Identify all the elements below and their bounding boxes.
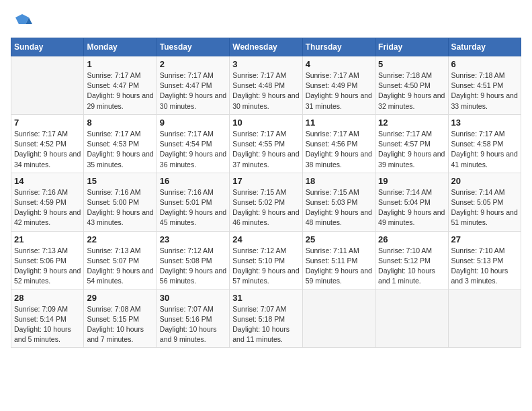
day-info: Sunrise: 7:13 AMSunset: 5:06 PMDaylight:… [14,246,81,287]
day-cell: 5Sunrise: 7:18 AMSunset: 4:50 PMDaylight… [375,56,448,115]
day-cell: 20Sunrise: 7:14 AMSunset: 5:05 PMDayligh… [448,173,521,231]
calendar-body: 1Sunrise: 7:17 AMSunset: 4:47 PMDaylight… [11,56,521,348]
day-info: Sunrise: 7:17 AMSunset: 4:56 PMDaylight:… [306,129,372,170]
day-info: Sunrise: 7:17 AMSunset: 4:54 PMDaylight:… [160,129,226,170]
day-number: 2 [160,59,226,69]
day-number: 19 [378,176,445,186]
day-cell: 12Sunrise: 7:17 AMSunset: 4:57 PMDayligh… [375,114,448,173]
day-cell: 24Sunrise: 7:12 AMSunset: 5:10 PMDayligh… [230,231,302,289]
day-info: Sunrise: 7:17 AMSunset: 4:55 PMDaylight:… [232,129,299,170]
day-cell: 2Sunrise: 7:17 AMSunset: 4:47 PMDaylight… [157,56,229,115]
day-cell: 26Sunrise: 7:10 AMSunset: 5:12 PMDayligh… [375,231,448,289]
day-info: Sunrise: 7:17 AMSunset: 4:57 PMDaylight:… [378,129,445,170]
day-number: 26 [378,234,445,244]
day-number: 12 [378,118,445,128]
day-number: 27 [451,234,518,244]
logo [11,11,32,31]
day-cell: 25Sunrise: 7:11 AMSunset: 5:11 PMDayligh… [302,231,375,289]
day-info: Sunrise: 7:13 AMSunset: 5:07 PMDaylight:… [87,246,153,287]
day-info: Sunrise: 7:17 AMSunset: 4:49 PMDaylight:… [306,71,372,111]
day-number: 28 [14,293,81,303]
column-header-thursday: Thursday [302,38,375,56]
day-cell: 8Sunrise: 7:17 AMSunset: 4:53 PMDaylight… [84,114,157,173]
day-number: 29 [87,293,153,303]
day-cell: 23Sunrise: 7:12 AMSunset: 5:08 PMDayligh… [157,231,229,289]
day-info: Sunrise: 7:14 AMSunset: 5:05 PMDaylight:… [451,187,518,228]
day-number: 24 [232,234,299,244]
day-number: 15 [87,176,153,186]
day-info: Sunrise: 7:10 AMSunset: 5:12 PMDaylight:… [378,246,445,287]
day-number: 1 [87,59,153,69]
day-info: Sunrise: 7:16 AMSunset: 4:59 PMDaylight:… [14,187,81,228]
day-number: 17 [232,176,299,186]
day-number: 23 [160,234,226,244]
day-cell: 15Sunrise: 7:16 AMSunset: 5:00 PMDayligh… [84,173,157,231]
day-number: 3 [232,59,299,69]
calendar-table: SundayMondayTuesdayWednesdayThursdayFrid… [11,38,521,348]
day-cell: 16Sunrise: 7:16 AMSunset: 5:01 PMDayligh… [157,173,229,231]
day-cell [302,289,375,348]
day-info: Sunrise: 7:11 AMSunset: 5:11 PMDaylight:… [306,246,372,287]
column-header-sunday: Sunday [11,38,84,56]
logo-icon [12,11,32,31]
day-number: 11 [306,118,372,128]
day-cell: 11Sunrise: 7:17 AMSunset: 4:56 PMDayligh… [302,114,375,173]
day-cell [448,289,521,348]
day-cell: 22Sunrise: 7:13 AMSunset: 5:07 PMDayligh… [84,231,157,289]
week-row-1: 7Sunrise: 7:17 AMSunset: 4:52 PMDaylight… [11,114,521,173]
day-number: 30 [160,293,226,303]
column-header-tuesday: Tuesday [157,38,229,56]
day-number: 6 [451,59,518,69]
day-info: Sunrise: 7:08 AMSunset: 5:15 PMDaylight:… [87,304,153,345]
day-cell: 13Sunrise: 7:17 AMSunset: 4:58 PMDayligh… [448,114,521,173]
day-info: Sunrise: 7:16 AMSunset: 5:01 PMDaylight:… [160,187,226,228]
day-number: 21 [14,234,81,244]
day-cell: 7Sunrise: 7:17 AMSunset: 4:52 PMDaylight… [11,114,84,173]
week-row-4: 28Sunrise: 7:09 AMSunset: 5:14 PMDayligh… [11,289,521,348]
day-info: Sunrise: 7:17 AMSunset: 4:47 PMDaylight:… [87,71,153,111]
day-number: 5 [378,59,445,69]
day-number: 31 [232,293,299,303]
day-cell: 19Sunrise: 7:14 AMSunset: 5:04 PMDayligh… [375,173,448,231]
day-cell [375,289,448,348]
day-cell: 6Sunrise: 7:18 AMSunset: 4:51 PMDaylight… [448,56,521,115]
day-number: 20 [451,176,518,186]
day-cell: 4Sunrise: 7:17 AMSunset: 4:49 PMDaylight… [302,56,375,115]
day-cell: 28Sunrise: 7:09 AMSunset: 5:14 PMDayligh… [11,289,84,348]
calendar-header: SundayMondayTuesdayWednesdayThursdayFrid… [11,38,521,56]
week-row-3: 21Sunrise: 7:13 AMSunset: 5:06 PMDayligh… [11,231,521,289]
day-number: 22 [87,234,153,244]
day-cell: 3Sunrise: 7:17 AMSunset: 4:48 PMDaylight… [230,56,302,115]
day-number: 16 [160,176,226,186]
column-header-saturday: Saturday [448,38,521,56]
day-info: Sunrise: 7:10 AMSunset: 5:13 PMDaylight:… [451,246,518,287]
day-info: Sunrise: 7:15 AMSunset: 5:02 PMDaylight:… [232,187,299,228]
day-number: 13 [451,118,518,128]
day-info: Sunrise: 7:14 AMSunset: 5:04 PMDaylight:… [378,187,445,228]
day-number: 14 [14,176,81,186]
day-cell: 31Sunrise: 7:07 AMSunset: 5:18 PMDayligh… [230,289,302,348]
header [11,11,521,31]
day-cell: 9Sunrise: 7:17 AMSunset: 4:54 PMDaylight… [157,114,229,173]
day-cell: 29Sunrise: 7:08 AMSunset: 5:15 PMDayligh… [84,289,157,348]
header-row: SundayMondayTuesdayWednesdayThursdayFrid… [11,38,521,56]
day-info: Sunrise: 7:15 AMSunset: 5:03 PMDaylight:… [306,187,372,228]
day-info: Sunrise: 7:17 AMSunset: 4:52 PMDaylight:… [14,129,81,170]
week-row-2: 14Sunrise: 7:16 AMSunset: 4:59 PMDayligh… [11,173,521,231]
day-cell [11,56,84,115]
day-cell: 30Sunrise: 7:07 AMSunset: 5:16 PMDayligh… [157,289,229,348]
day-info: Sunrise: 7:07 AMSunset: 5:18 PMDaylight:… [232,304,299,345]
day-number: 7 [14,118,81,128]
day-info: Sunrise: 7:12 AMSunset: 5:10 PMDaylight:… [232,246,299,287]
column-header-monday: Monday [84,38,157,56]
day-number: 25 [306,234,372,244]
day-number: 4 [306,59,372,69]
day-cell: 17Sunrise: 7:15 AMSunset: 5:02 PMDayligh… [230,173,302,231]
day-info: Sunrise: 7:17 AMSunset: 4:58 PMDaylight:… [451,129,518,170]
day-info: Sunrise: 7:12 AMSunset: 5:08 PMDaylight:… [160,246,226,287]
day-cell: 1Sunrise: 7:17 AMSunset: 4:47 PMDaylight… [84,56,157,115]
day-cell: 21Sunrise: 7:13 AMSunset: 5:06 PMDayligh… [11,231,84,289]
day-number: 8 [87,118,153,128]
column-header-friday: Friday [375,38,448,56]
day-info: Sunrise: 7:07 AMSunset: 5:16 PMDaylight:… [160,304,226,345]
